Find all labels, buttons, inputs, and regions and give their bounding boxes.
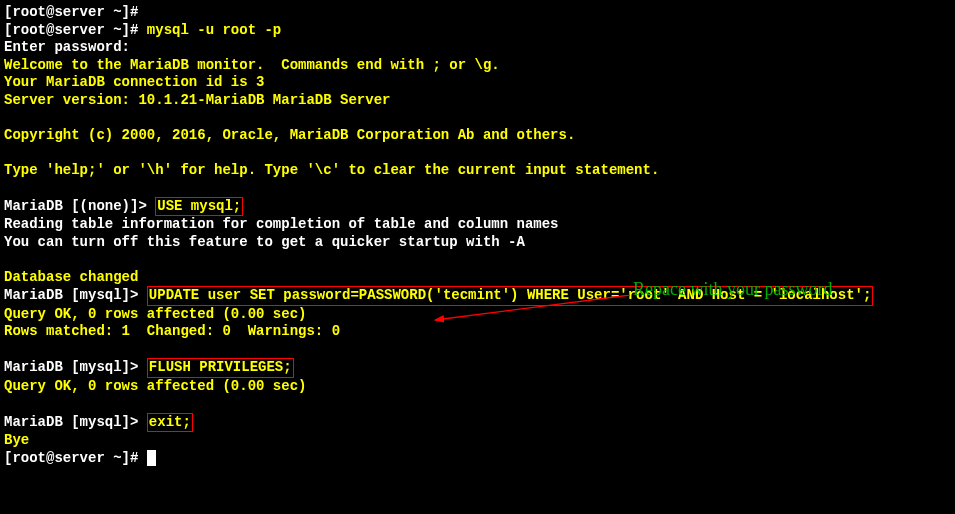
terminal-cursor[interactable] [147,450,156,466]
rows-matched: Rows matched: 1 Changed: 0 Warnings: 0 [4,323,951,341]
enter-password: Enter password: [4,39,951,57]
blank-2 [4,144,951,162]
blank-4 [4,251,951,269]
blank-3 [4,179,951,197]
flush-privileges-cmd: FLUSH PRIVILEGES; [147,358,294,378]
mariadb-mysql-prompt-1: MariaDB [mysql]> [4,287,147,303]
use-mysql-cmd: USE mysql; [155,197,243,217]
welcome-line-2: Your MariaDB connection id is 3 [4,74,951,92]
use-mysql-line: MariaDB [(none)]> USE mysql; [4,197,951,217]
exit-line: MariaDB [mysql]> exit; [4,413,951,433]
welcome-line-1: Welcome to the MariaDB monitor. Commands… [4,57,951,75]
flush-line: MariaDB [mysql]> FLUSH PRIVILEGES; [4,358,951,378]
blank-6 [4,395,951,413]
reading-line-1: Reading table information for completion… [4,216,951,234]
mariadb-mysql-prompt-3: MariaDB [mysql]> [4,414,147,430]
final-prompt-line: [root@server ~]# [4,450,951,468]
mysql-command: mysql -u root -p [147,22,281,38]
password-annotation: Repace with your password [633,278,832,301]
mariadb-mysql-prompt-2: MariaDB [mysql]> [4,359,147,375]
prompt-empty: [root@server ~]# [4,4,951,22]
final-shell-prompt: [root@server ~]# [4,450,147,466]
update-query-ok: Query OK, 0 rows affected (0.00 sec) [4,306,951,324]
welcome-line-3: Server version: 10.1.21-MariaDB MariaDB … [4,92,951,110]
mariadb-none-prompt: MariaDB [(none)]> [4,198,155,214]
blank-5 [4,341,951,359]
prompt-mysql-cmd: [root@server ~]# mysql -u root -p [4,22,951,40]
copyright-line: Copyright (c) 2000, 2016, Oracle, MariaD… [4,127,951,145]
flush-query-ok: Query OK, 0 rows affected (0.00 sec) [4,378,951,396]
exit-cmd: exit; [147,413,193,433]
blank-1 [4,109,951,127]
bye-line: Bye [4,432,951,450]
help-line: Type 'help;' or '\h' for help. Type '\c'… [4,162,951,180]
reading-line-2: You can turn off this feature to get a q… [4,234,951,252]
shell-prompt: [root@server ~]# [4,22,147,38]
